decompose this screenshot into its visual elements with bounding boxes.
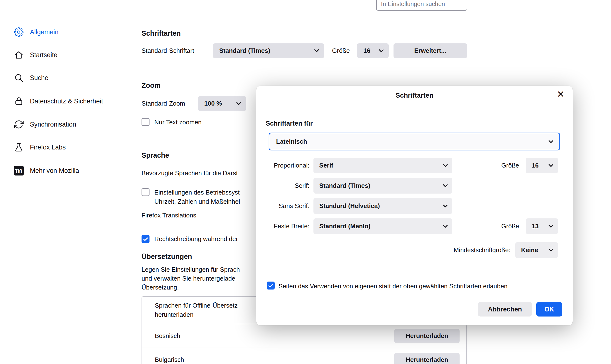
advanced-fonts-button[interactable]: Erweitert... <box>393 43 467 58</box>
text-zoom-checkbox[interactable] <box>142 118 149 126</box>
translations-heading: Übersetzungen <box>142 253 192 260</box>
allow-custom-fonts-checkbox[interactable] <box>267 282 275 289</box>
check-icon <box>143 237 148 241</box>
sidebar-item-label: Synchronisation <box>30 121 76 128</box>
chevron-down-icon <box>548 248 554 252</box>
default-font-select[interactable]: Standard (Times) <box>213 43 324 58</box>
chevron-down-icon <box>443 164 448 167</box>
proportional-size-value: 16 <box>532 162 539 169</box>
dialog-divider <box>266 273 563 273</box>
monospace-size-value: 13 <box>532 222 539 230</box>
translations-description: Legen Sie Einstellungen für Sprach und v… <box>142 265 240 292</box>
proportional-value: Serif <box>319 162 333 169</box>
os-format-label: Einstellungen des Betriebssyst Uhrzeit, … <box>154 188 240 206</box>
chevron-down-icon <box>378 49 384 52</box>
sidebar-item-mehr-von-mozilla[interactable]: m Mehr von Mozilla <box>14 163 79 178</box>
font-size-select[interactable]: 16 <box>357 43 389 58</box>
ok-button[interactable]: OK <box>536 302 562 316</box>
min-font-size-label: Mindestschriftgröße: <box>256 246 510 254</box>
home-icon <box>14 50 24 60</box>
monospace-label: Feste Breite: <box>256 222 309 231</box>
ok-button-label: OK <box>545 306 554 313</box>
translations-description-line2: und verwalten Sie heruntergelade <box>142 274 240 283</box>
sidebar-item-label: Firefox Labs <box>30 144 66 151</box>
check-icon <box>268 284 273 287</box>
font-size-label: Größe <box>332 47 350 54</box>
default-zoom-select[interactable]: 100 % <box>198 96 246 111</box>
sidebar-item-datenschutz[interactable]: Datenschutz & Sicherheit <box>14 93 103 109</box>
search-icon <box>14 73 24 83</box>
sans-serif-label: Sans Serif: <box>256 202 309 210</box>
language-heading: Sprache <box>142 151 169 159</box>
preferred-languages-text: Bevorzugte Sprachen für die Darst <box>142 169 238 177</box>
sidebar-item-suche[interactable]: Suche <box>14 70 49 86</box>
cancel-button-label: Abbrechen <box>488 306 522 313</box>
chevron-down-icon <box>548 164 554 167</box>
firefox-settings-page: Allgemein Startseite Suche Datenschutz &… <box>0 0 611 364</box>
download-bulgarisch-button[interactable]: Herunterladen <box>394 353 460 364</box>
gear-icon <box>14 27 24 37</box>
proportional-size-label: Größe <box>501 161 519 170</box>
chevron-down-icon <box>236 102 241 105</box>
os-format-label-line2: Uhrzeit, Zahlen und Maßeinhei <box>154 197 240 206</box>
monospace-size-select[interactable]: 13 <box>526 218 558 234</box>
chevron-down-icon <box>548 140 554 143</box>
script-select[interactable]: Lateinisch <box>269 133 560 150</box>
sidebar-item-label: Datenschutz & Sicherheit <box>30 98 103 105</box>
translations-description-line1: Legen Sie Einstellungen für Sprach <box>142 265 240 274</box>
sidebar-item-firefox-labs[interactable]: Firefox Labs <box>14 140 66 155</box>
monospace-size-label: Größe <box>501 222 519 231</box>
sidebar-item-label: Mehr von Mozilla <box>30 167 79 175</box>
sidebar-item-synchronisation[interactable]: Synchronisation <box>14 117 76 132</box>
flask-icon <box>14 143 24 152</box>
spellcheck-checkbox[interactable] <box>142 235 149 243</box>
cancel-button[interactable]: Abbrechen <box>478 302 532 316</box>
fonts-dialog: Schriftarten ✕ Schriftarten für Lateinis… <box>256 86 573 325</box>
chevron-down-icon <box>314 49 319 52</box>
language-name: Bosnisch <box>155 332 180 340</box>
dialog-header-divider <box>256 105 573 105</box>
sync-icon <box>14 119 24 129</box>
sidebar-item-allgemein[interactable]: Allgemein <box>14 24 59 40</box>
close-icon[interactable]: ✕ <box>557 90 564 99</box>
serif-label: Serif: <box>256 181 309 190</box>
zoom-heading: Zoom <box>142 81 161 90</box>
sidebar-item-label: Suche <box>30 74 49 82</box>
serif-select[interactable]: Standard (Times) <box>313 178 452 194</box>
fonts-heading: Schriftarten <box>142 29 181 37</box>
default-zoom-label: Standard-Zoom <box>142 100 185 107</box>
default-font-label: Standard-Schriftart <box>142 47 194 54</box>
serif-value: Standard (Times) <box>319 182 370 189</box>
default-font-value: Standard (Times) <box>219 47 270 54</box>
settings-search-input[interactable] <box>376 0 467 11</box>
proportional-size-select[interactable]: 16 <box>526 158 558 173</box>
dialog-title: Schriftarten <box>256 91 573 99</box>
advanced-fonts-label: Erweitert... <box>414 47 446 54</box>
chevron-down-icon <box>443 204 448 208</box>
sidebar-item-label: Allgemein <box>30 28 59 36</box>
min-font-size-select[interactable]: Keine <box>515 242 558 258</box>
sans-serif-select[interactable]: Standard (Helvetica) <box>313 198 452 214</box>
table-row: Bosnisch Herunterladen <box>142 324 466 348</box>
language-name: Bulgarisch <box>155 356 184 364</box>
translations-description-line3: Übersetzung. <box>142 283 240 292</box>
download-button-label: Herunterladen <box>405 356 448 364</box>
os-format-label-line1: Einstellungen des Betriebssyst <box>154 188 240 197</box>
proportional-label: Proportional: <box>256 161 309 170</box>
sidebar-item-startseite[interactable]: Startseite <box>14 47 57 63</box>
firefox-translations-label: Firefox Translations <box>142 212 196 219</box>
min-font-size-value: Keine <box>521 246 538 254</box>
text-zoom-label: Nur Text zoomen <box>154 119 202 126</box>
monospace-select[interactable]: Standard (Menlo) <box>313 218 452 234</box>
fonts-for-label: Schriftarten für <box>266 120 313 127</box>
os-format-checkbox[interactable] <box>142 188 149 196</box>
proportional-select[interactable]: Serif <box>313 158 452 173</box>
chevron-down-icon <box>443 224 448 228</box>
allow-custom-fonts-label: Seiten das Verwenden von eigenen statt d… <box>278 282 507 290</box>
sidebar-item-label: Startseite <box>30 51 57 59</box>
mozilla-icon: m <box>14 166 24 175</box>
sans-serif-value: Standard (Helvetica) <box>319 202 380 210</box>
script-value: Lateinisch <box>276 138 307 145</box>
download-button-label: Herunterladen <box>405 332 448 340</box>
download-bosnisch-button[interactable]: Herunterladen <box>394 329 460 343</box>
